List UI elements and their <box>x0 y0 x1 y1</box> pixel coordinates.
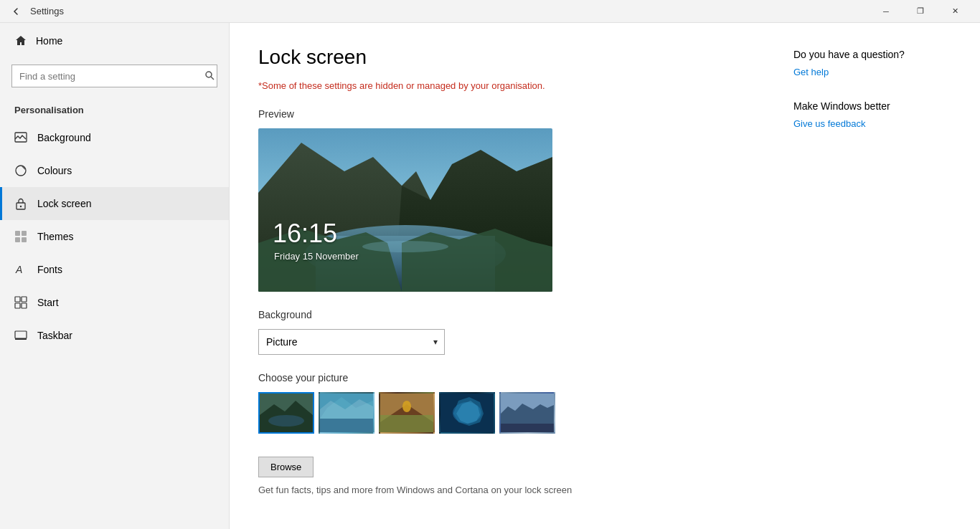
main-content: Lock screen *Some of these settings are … <box>230 23 980 529</box>
thumbnail-3[interactable] <box>379 392 435 434</box>
themes-label: Themes <box>37 231 74 242</box>
thumbnail-1[interactable] <box>258 392 314 434</box>
background-section-label: Background <box>258 309 765 320</box>
svg-point-28 <box>268 415 304 426</box>
sidebar-item-background[interactable]: Background <box>0 121 229 154</box>
background-label: Background <box>37 132 91 143</box>
sidebar-item-start[interactable]: Start <box>0 286 229 319</box>
home-label: Home <box>36 35 62 47</box>
content-area: Lock screen *Some of these settings are … <box>258 46 765 506</box>
sidebar-item-lock-screen[interactable]: Lock screen <box>0 187 229 220</box>
close-button[interactable]: ✕ <box>938 0 971 23</box>
lock-screen-label: Lock screen <box>37 198 91 209</box>
start-icon <box>14 296 27 309</box>
browse-button[interactable]: Browse <box>258 457 314 477</box>
window-controls: ─ ❐ ✕ <box>870 0 971 23</box>
background-dropdown[interactable]: Windows spotlight Picture Slideshow <box>258 329 445 355</box>
sidebar-item-fonts[interactable]: A Fonts <box>0 253 229 286</box>
titlebar: Settings ─ ❐ ✕ <box>0 0 980 23</box>
lock-screen-preview: 16:15 Friday 15 November <box>258 128 552 292</box>
search-button[interactable] <box>204 70 215 82</box>
svg-point-25 <box>362 241 448 252</box>
give-feedback-link[interactable]: Give us feedback <box>793 118 865 129</box>
titlebar-title: Settings <box>30 6 870 16</box>
svg-rect-13 <box>15 303 20 308</box>
app-body: Home Personalisation Background Colours <box>0 23 980 529</box>
lock-time: 16:15 <box>273 219 337 249</box>
svg-text:A: A <box>15 264 22 275</box>
help-section: Do you have a question? Get help <box>793 49 951 77</box>
svg-rect-7 <box>22 231 27 236</box>
taskbar-label: Taskbar <box>37 330 72 341</box>
restore-button[interactable]: ❐ <box>904 0 937 23</box>
svg-rect-15 <box>15 331 27 338</box>
background-dropdown-wrapper: Windows spotlight Picture Slideshow ▾ <box>258 329 445 355</box>
colours-label: Colours <box>37 165 72 176</box>
sidebar: Home Personalisation Background Colours <box>0 23 230 529</box>
svg-point-0 <box>206 72 212 77</box>
sidebar-item-themes[interactable]: Themes <box>0 220 229 253</box>
sidebar-item-colours[interactable]: Colours <box>0 154 229 187</box>
background-dropdown-container: Windows spotlight Picture Slideshow ▾ <box>258 329 765 355</box>
thumbnail-2[interactable] <box>319 392 374 434</box>
svg-rect-14 <box>22 303 27 308</box>
sidebar-section-title: Personalisation <box>0 93 229 121</box>
svg-line-1 <box>211 77 214 80</box>
thumbnail-4[interactable] <box>439 392 495 434</box>
svg-rect-11 <box>15 297 20 302</box>
background-icon <box>14 131 27 144</box>
cortana-notice: Get fun facts, tips and more from Window… <box>258 483 765 497</box>
svg-point-35 <box>402 401 411 412</box>
minimize-button[interactable]: ─ <box>870 0 903 23</box>
start-label: Start <box>37 297 59 308</box>
org-notice: *Some of these settings are hidden or ma… <box>258 80 765 91</box>
feedback-section: Make Windows better Give us feedback <box>793 100 951 129</box>
sidebar-item-taskbar[interactable]: Taskbar <box>0 319 229 352</box>
thumbnails-section: Choose your picture <box>258 372 765 434</box>
home-icon <box>14 34 27 47</box>
taskbar-icon <box>14 329 27 342</box>
fonts-icon: A <box>14 263 27 276</box>
svg-rect-6 <box>15 231 20 236</box>
fonts-label: Fonts <box>37 264 62 275</box>
lock-date: Friday 15 November <box>274 251 359 262</box>
make-better-label: Make Windows better <box>793 100 951 112</box>
thumbnail-5[interactable] <box>499 392 555 434</box>
right-panel: Do you have a question? Get help Make Wi… <box>793 46 951 506</box>
lock-screen-icon <box>14 197 27 210</box>
preview-label: Preview <box>258 108 765 120</box>
choose-picture-label: Choose your picture <box>258 372 765 383</box>
svg-point-5 <box>20 206 22 207</box>
page-title: Lock screen <box>258 46 765 69</box>
svg-rect-9 <box>22 237 27 242</box>
preview-landscape-svg <box>258 128 552 292</box>
themes-icon <box>14 230 27 243</box>
svg-rect-8 <box>15 237 20 242</box>
search-input[interactable] <box>11 65 217 87</box>
colours-icon <box>14 164 27 177</box>
get-help-link[interactable]: Get help <box>793 67 829 77</box>
question-label: Do you have a question? <box>793 49 951 60</box>
svg-rect-12 <box>22 297 27 302</box>
svg-rect-16 <box>15 338 27 340</box>
back-button[interactable] <box>9 4 23 19</box>
svg-rect-44 <box>501 424 554 432</box>
svg-rect-30 <box>320 419 373 432</box>
thumbnails-row <box>258 392 765 434</box>
search-box <box>11 65 217 87</box>
svg-rect-36 <box>380 415 433 432</box>
sidebar-item-home[interactable]: Home <box>0 23 229 59</box>
